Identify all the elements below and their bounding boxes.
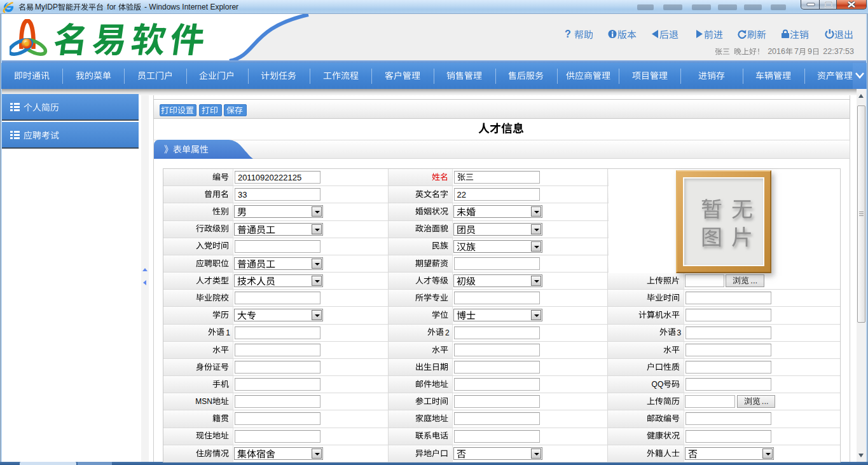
svg-text:?: ? (565, 29, 571, 39)
